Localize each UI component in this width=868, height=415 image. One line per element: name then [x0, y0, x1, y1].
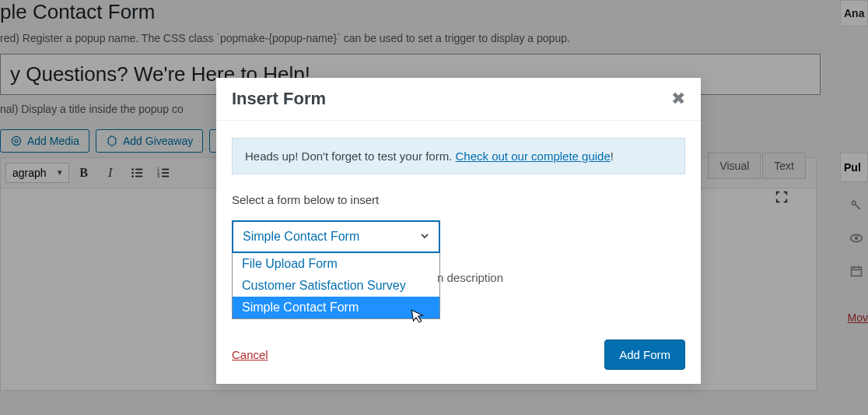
form-option-simple-contact[interactable]: Simple Contact Form — [233, 297, 439, 318]
insert-form-modal: Insert Form ✖ Heads up! Don't forget to … — [216, 78, 701, 384]
modal-footer: Cancel Add Form — [216, 327, 701, 384]
heads-up-notice: Heads up! Don't forget to test your form… — [232, 138, 685, 174]
form-option-survey[interactable]: Customer Satisfaction Survey — [233, 275, 439, 297]
add-form-button[interactable]: Add Form — [604, 339, 685, 370]
guide-link[interactable]: Check out our complete guide — [456, 149, 611, 163]
modal-body: Heads up! Don't forget to test your form… — [216, 121, 701, 327]
modal-title: Insert Form — [232, 89, 326, 109]
heads-up-prefix: Heads up! Don't forget to test your form… — [245, 149, 456, 163]
close-icon[interactable]: ✖ — [671, 89, 685, 109]
description-hint: n description — [437, 271, 503, 284]
modal-header: Insert Form ✖ — [216, 78, 701, 121]
form-option-file-upload[interactable]: File Upload Form — [233, 253, 439, 275]
form-select[interactable]: Simple Contact Form — [232, 220, 440, 253]
cancel-button[interactable]: Cancel — [232, 348, 268, 361]
select-form-label: Select a form below to insert — [232, 193, 685, 206]
chevron-down-icon — [420, 231, 429, 243]
form-select-value: Simple Contact Form — [243, 230, 359, 244]
heads-up-suffix: ! — [611, 149, 614, 163]
form-select-dropdown: File Upload Form Customer Satisfaction S… — [232, 253, 440, 319]
